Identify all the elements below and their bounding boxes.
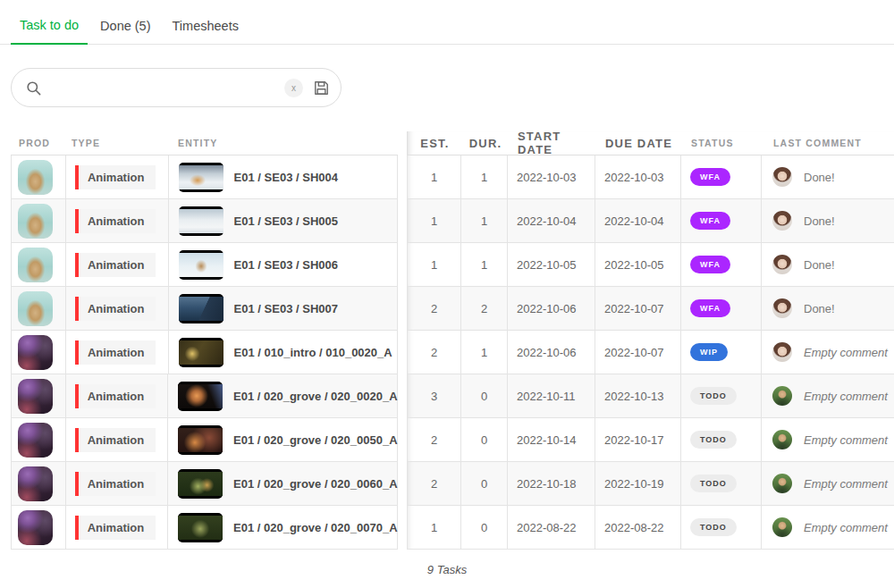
- status-badge[interactable]: TODO: [690, 518, 737, 536]
- estimation-value: 1: [407, 243, 461, 286]
- due-date-value: 2022-10-07: [595, 287, 681, 330]
- entity-thumbnail: [179, 206, 224, 236]
- task-type-label: Animation: [79, 390, 156, 403]
- entity-name[interactable]: E01 / 020_grove / 020_0020_A: [233, 390, 398, 403]
- estimation-value: 2: [407, 287, 461, 330]
- start-date-value: 2022-10-04: [508, 199, 595, 242]
- task-type-label: Animation: [79, 214, 156, 228]
- last-comment-text: Done!: [804, 258, 835, 272]
- tab-task-to-do[interactable]: Task to do: [11, 18, 88, 45]
- start-date-value: 2022-10-03: [508, 155, 595, 198]
- last-comment-text: Empty comment: [804, 477, 888, 491]
- due-date-value: 2022-10-05: [595, 243, 681, 286]
- save-search-icon[interactable]: [313, 80, 330, 97]
- entity-name[interactable]: E01 / SE03 / SH006: [234, 258, 338, 272]
- status-badge[interactable]: TODO: [690, 475, 737, 492]
- duration-value: 1: [461, 331, 508, 374]
- status-badge[interactable]: WIP: [690, 343, 728, 361]
- start-date-value: 2022-10-06: [508, 287, 595, 330]
- duration-value: 0: [461, 462, 508, 505]
- estimation-value: 1: [407, 155, 461, 198]
- estimation-value: 3: [407, 374, 461, 417]
- production-thumbnail: [18, 510, 53, 545]
- due-date-value: 2022-10-19: [595, 462, 681, 505]
- production-thumbnail: [18, 204, 53, 239]
- due-date-value: 2022-10-03: [595, 155, 681, 198]
- production-thumbnail: [18, 160, 53, 195]
- start-date-value: 2022-10-18: [508, 462, 595, 505]
- table-row[interactable]: Animation E01 / 020_grove / 020_0020_A 3…: [0, 374, 894, 418]
- last-comment-text: Done!: [804, 171, 835, 184]
- entity-name[interactable]: E01 / 020_grove / 020_0050_A: [233, 433, 398, 447]
- task-type-tag: Animation: [75, 297, 156, 321]
- task-type-label: Animation: [79, 171, 156, 184]
- avatar: [772, 255, 792, 274]
- table-row[interactable]: Animation E01 / SE03 / SH007 2 2 2022-10…: [0, 287, 894, 331]
- last-comment-text: Empty comment: [804, 521, 888, 534]
- status-badge[interactable]: TODO: [690, 431, 737, 449]
- table-row[interactable]: Animation E01 / 020_grove / 020_0050_A 2…: [0, 418, 894, 462]
- entity-thumbnail: [178, 513, 223, 542]
- last-comment-text: Empty comment: [804, 433, 888, 447]
- tab-done[interactable]: Done (5): [91, 19, 159, 44]
- table-row[interactable]: Animation E01 / 020_grove / 020_0060_A 2…: [0, 462, 894, 506]
- entity-name[interactable]: E01 / 010_intro / 010_0020_A: [234, 346, 392, 359]
- table-row[interactable]: Animation E01 / 020_grove / 020_0070_A 1…: [0, 506, 894, 550]
- table-row[interactable]: Animation E01 / SE03 / SH005 1 1 2022-10…: [0, 199, 894, 243]
- header-status: STATUS: [682, 131, 763, 155]
- table-header-row: PROD TYPE ENTITY EST. DUR. START DATE DU…: [0, 131, 894, 155]
- status-badge[interactable]: WFA: [690, 212, 730, 230]
- production-thumbnail: [18, 291, 53, 326]
- due-date-value: 2022-10-07: [595, 331, 681, 374]
- task-type-tag: Animation: [75, 253, 156, 277]
- start-date-value: 2022-10-11: [508, 374, 595, 417]
- status-badge[interactable]: WFA: [690, 168, 730, 186]
- header-prod: PROD: [11, 131, 65, 155]
- duration-value: 0: [461, 506, 508, 549]
- table-row[interactable]: Animation E01 / SE03 / SH006 1 1 2022-10…: [0, 243, 894, 287]
- entity-name[interactable]: E01 / 020_grove / 020_0070_A: [233, 521, 398, 534]
- avatar: [772, 298, 792, 318]
- estimation-value: 1: [407, 506, 461, 549]
- task-type-label: Animation: [79, 346, 156, 359]
- entity-name[interactable]: E01 / 020_grove / 020_0060_A: [233, 477, 398, 491]
- duration-value: 1: [461, 155, 508, 198]
- entity-thumbnail: [178, 382, 223, 411]
- entity-name[interactable]: E01 / SE03 / SH005: [234, 214, 338, 228]
- duration-value: 0: [461, 374, 508, 417]
- search-input[interactable]: [51, 80, 284, 95]
- entity-name[interactable]: E01 / SE03 / SH007: [234, 302, 338, 315]
- task-type-label: Animation: [79, 433, 156, 447]
- task-type-tag: Animation: [75, 516, 156, 540]
- table-row[interactable]: Animation E01 / SE03 / SH004 1 1 2022-10…: [0, 155, 894, 199]
- header-duration: DUR.: [462, 131, 509, 155]
- task-table: PROD TYPE ENTITY EST. DUR. START DATE DU…: [0, 131, 894, 550]
- last-comment-text: Done!: [804, 214, 835, 228]
- task-type-tag: Animation: [75, 209, 156, 233]
- start-date-value: 2022-10-14: [508, 418, 595, 461]
- status-badge[interactable]: TODO: [690, 387, 737, 405]
- status-badge[interactable]: WFA: [690, 299, 730, 317]
- duration-value: 1: [461, 199, 508, 242]
- avatar: [772, 517, 792, 537]
- entity-thumbnail: [179, 163, 224, 192]
- header-due-date: DUE DATE: [596, 131, 682, 155]
- entity-name[interactable]: E01 / SE03 / SH004: [234, 171, 338, 184]
- task-type-tag: Animation: [75, 472, 156, 496]
- tab-timesheets[interactable]: Timesheets: [164, 19, 248, 44]
- due-date-value: 2022-10-17: [595, 418, 681, 461]
- entity-thumbnail: [179, 294, 224, 323]
- avatar: [772, 474, 792, 493]
- production-thumbnail: [18, 335, 53, 370]
- task-type-tag: Animation: [75, 340, 156, 365]
- production-thumbnail: [18, 423, 53, 458]
- start-date-value: 2022-08-22: [508, 506, 595, 549]
- header-last-comment: LAST COMMENT: [763, 131, 894, 155]
- due-date-value: 2022-08-22: [595, 506, 681, 549]
- entity-thumbnail: [178, 469, 223, 499]
- status-badge[interactable]: WFA: [690, 256, 730, 273]
- task-type-tag: Animation: [75, 165, 156, 189]
- table-row[interactable]: Animation E01 / 010_intro / 010_0020_A 2…: [0, 331, 894, 374]
- task-type-label: Animation: [79, 521, 156, 534]
- clear-x-icon[interactable]: x: [284, 79, 303, 97]
